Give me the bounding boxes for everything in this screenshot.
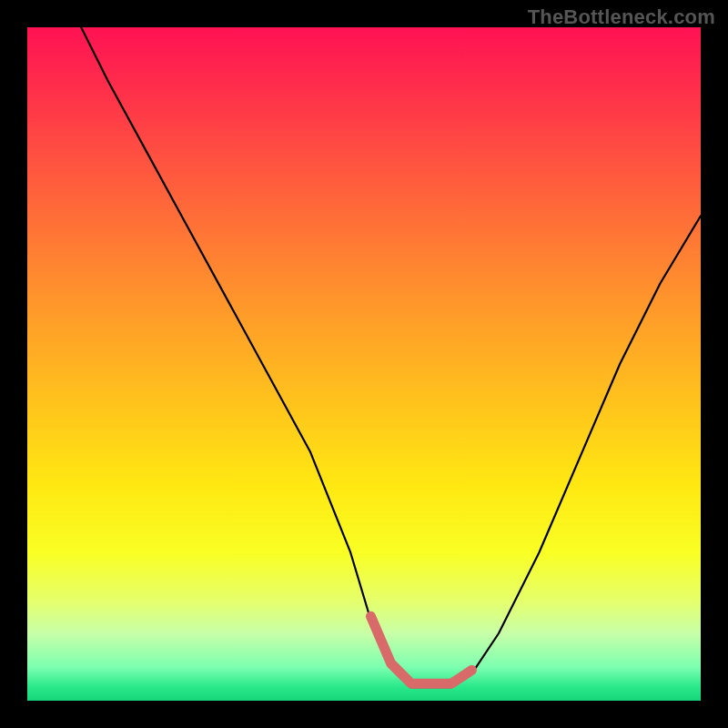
plot-area (27, 27, 701, 701)
watermark-text: TheBottleneck.com (528, 5, 715, 29)
chart-frame: TheBottleneck.com (0, 0, 728, 728)
curve-overlay (27, 27, 701, 701)
bottleneck-curve (81, 27, 701, 687)
trough-marker (370, 616, 471, 683)
